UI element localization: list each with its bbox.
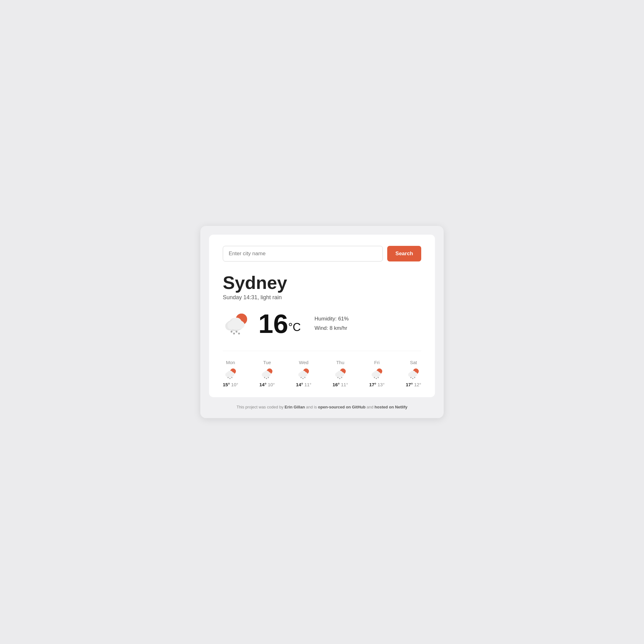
svg-point-63 [337,377,339,378]
svg-point-9 [237,321,244,328]
forecast-hi: 14° [259,382,266,387]
forecast-lo: 11° [341,382,348,387]
svg-point-51 [302,378,304,379]
city-name: Sydney [223,273,421,293]
forecast-temps: 17° 13° [369,382,385,387]
footer-text-mid: and is [305,405,318,409]
svg-point-23 [231,373,234,376]
forecast-day-wed: Wed 14° [296,360,312,387]
forecast-hi: 17° [369,382,376,387]
svg-point-24 [227,377,229,378]
footer-netlify: hosted on Netlify [374,405,407,409]
forecast-day-tue: Tue 14° [259,360,275,387]
city-subtitle: Sunday 14:31, light rain [223,294,421,301]
forecast-label: Thu [336,360,344,365]
main-card: Search Sydney Sunday 14:31, light rain [209,235,435,398]
forecast-lo: 10° [231,382,238,387]
svg-point-13 [238,333,240,334]
city-search-input[interactable] [223,246,383,261]
forecast-label: Sat [410,360,417,365]
forecast-temps: 16° 11° [333,382,348,387]
forecast-temps: 15° 10° [223,382,238,387]
forecast-label: Mon [226,360,235,365]
current-weather-section: 16°C Humidity: 61% Wind: 8 km/hr [223,310,421,337]
svg-point-78 [378,377,379,378]
svg-point-37 [264,377,265,378]
outer-card: Search Sydney Sunday 14:31, light rain [200,226,444,418]
forecast-lo: 12° [414,382,421,387]
forecast-hi: 14° [296,382,303,387]
svg-point-26 [231,377,232,378]
forecast-temps: 17° 12° [406,382,421,387]
weather-details: Humidity: 61% Wind: 8 km/hr [315,314,349,333]
forecast-label: Tue [263,360,271,365]
current-weather-icon [223,311,251,336]
footer: This project was coded by Erin Gillan an… [209,405,435,409]
forecast-temps: 14° 10° [259,382,275,387]
svg-point-64 [339,378,340,379]
svg-point-91 [414,377,415,378]
search-button[interactable]: Search [387,246,421,261]
svg-point-76 [374,377,375,378]
svg-point-52 [304,377,305,378]
forecast-weather-icon [224,368,237,379]
forecast-weather-icon [260,368,274,379]
footer-text-and: and [365,405,374,409]
forecast-day-thu: Thu 16° [333,360,348,387]
forecast-day-mon: Mon 15° [223,360,238,387]
forecast-hi: 17° [406,382,413,387]
footer-text-before: This project was coded by [237,405,285,409]
svg-point-10 [231,331,232,333]
svg-point-36 [268,373,271,376]
forecast-hi: 16° [333,382,340,387]
forecast-lo: 10° [268,382,275,387]
wind-label: Wind: 8 km/hr [315,324,349,333]
forecast-weather-icon [370,368,384,379]
svg-point-39 [268,377,269,378]
forecast-weather-icon [334,368,347,379]
svg-point-90 [412,378,413,379]
forecast-weather-icon [297,368,310,379]
svg-point-75 [377,373,381,376]
forecast-lo: 13° [378,382,385,387]
forecast-day-fri: Fri 17° [369,360,385,387]
svg-point-62 [341,373,344,376]
svg-point-12 [236,331,237,333]
svg-point-49 [304,373,308,376]
svg-point-38 [266,378,267,379]
forecast-lo: 11° [304,382,311,387]
svg-point-89 [410,377,412,378]
forecast-label: Fri [374,360,380,365]
svg-point-65 [341,377,342,378]
forecast-day-sat: Sat 17° [406,360,421,387]
forecast-temps: 14° 11° [296,382,312,387]
forecast-label: Wed [299,360,309,365]
forecast-row: Mon 15° [223,351,421,387]
svg-point-77 [376,378,377,379]
humidity-label: Humidity: 61% [315,314,349,324]
footer-github: open-sourced on GitHub [318,405,365,409]
footer-author: Erin Gillan [285,405,305,409]
svg-point-88 [414,373,417,376]
current-temperature: 16°C [258,310,301,337]
search-row: Search [223,246,421,261]
svg-point-50 [300,377,302,378]
forecast-hi: 15° [223,382,230,387]
svg-point-11 [233,333,235,334]
svg-point-25 [229,378,231,379]
forecast-weather-icon [407,368,420,379]
